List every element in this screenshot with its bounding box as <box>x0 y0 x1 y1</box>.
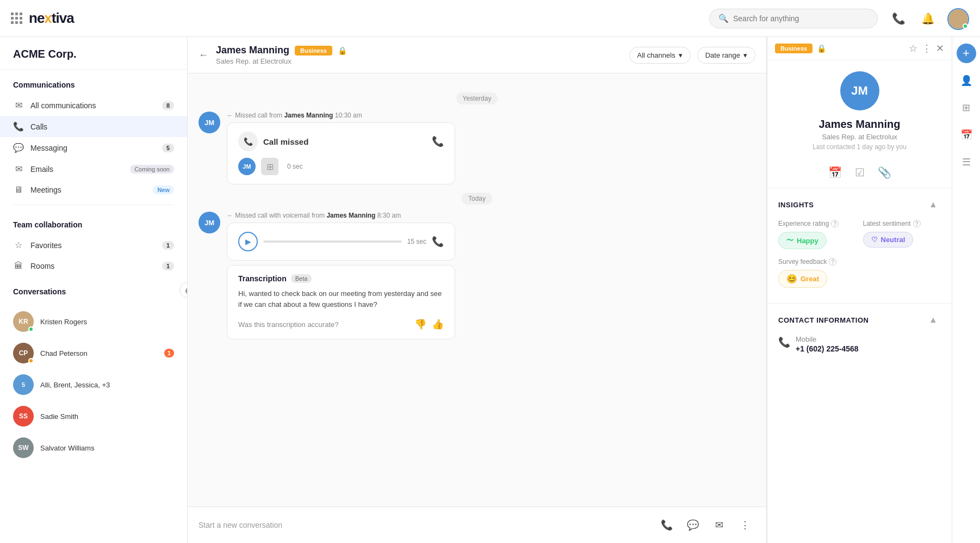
insights-section: INSIGHTS ▲ Experience rating ? 〜 Happy <box>767 188 952 304</box>
call-phone-action[interactable]: 📞 <box>432 135 444 147</box>
nav-icons: 📞 🔔 <box>889 8 969 29</box>
progress-bar[interactable] <box>263 240 402 243</box>
nav-grid-icon[interactable] <box>11 13 22 24</box>
thumbs-down-icon[interactable]: 👎 <box>414 318 426 330</box>
call-card-missed: 📞 Call missed 📞 JM ⊞ 0 sec <box>227 122 455 184</box>
happy-wave-icon: 〜 <box>786 236 793 245</box>
missed-prefix: Missed call from <box>235 112 282 119</box>
calendar-action-icon[interactable]: 📅 <box>828 166 842 179</box>
transcription-header: Transcription Beta <box>238 274 444 283</box>
close-panel-button[interactable]: ✕ <box>936 42 944 54</box>
team-title: Team collaboration <box>0 209 187 235</box>
vm-call-icon[interactable]: 📞 <box>432 236 444 248</box>
survey-chip: 😊 Great <box>778 270 827 288</box>
feedback-question: Was this transcription accurate? <box>238 320 338 329</box>
back-button[interactable]: ← <box>199 50 208 61</box>
conv-item-salvator[interactable]: SW Salvator Williams <box>0 432 187 464</box>
list-icon[interactable]: ☰ <box>957 152 976 172</box>
sidebar-item-favorites[interactable]: ☆ Favorites 1 <box>0 235 187 256</box>
beta-badge: Beta <box>291 274 312 283</box>
inline-avatar: JM <box>238 158 256 175</box>
date-divider-yesterday: Yesterday <box>199 93 755 103</box>
date-label-yesterday: Yesterday <box>456 92 498 104</box>
sidebar-item-rooms[interactable]: 🏛 Rooms 1 <box>0 256 187 276</box>
footer-phone-button[interactable]: 📞 <box>656 515 677 535</box>
sidebar-item-all-communications[interactable]: ✉ All communications 8 <box>0 95 187 116</box>
insights-grid: Experience rating ? 〜 Happy Latest senti… <box>778 220 941 249</box>
chat-messages: Yesterday JM ← Missed call from James Ma… <box>188 73 766 507</box>
contact-info-collapse[interactable]: ▲ <box>926 312 941 328</box>
search-bar[interactable]: 🔍 <box>709 9 878 28</box>
notification-button[interactable]: 🔔 <box>918 9 938 28</box>
sentiment-help-icon[interactable]: ? <box>913 220 921 227</box>
divider <box>13 205 174 205</box>
call-duration-row: JM ⊞ 0 sec <box>238 158 444 175</box>
missed-contact: James Manning <box>284 112 333 119</box>
messaging-icon: 💬 <box>13 143 24 153</box>
business-badge-panel: Business <box>775 44 812 53</box>
conv-name-kristen: Kristen Rogers <box>40 318 174 326</box>
msg-group-missed-call: JM ← Missed call from James Manning 10:3… <box>199 112 755 184</box>
conv-initials: KR <box>18 318 28 325</box>
avatar-container <box>947 8 969 29</box>
conv-item-chad[interactable]: CP Chad Peterson 1 <box>0 337 187 369</box>
insights-collapse-toggle[interactable]: ▲ <box>926 197 941 212</box>
play-button[interactable]: ▶ <box>238 232 258 251</box>
star-button[interactable]: ☆ <box>909 42 917 54</box>
experience-rating-label: Experience rating ? <box>778 220 857 227</box>
rooms-icon: 🏛 <box>13 261 24 271</box>
conv-avatar-kristen: KR <box>13 311 34 332</box>
all-channels-label: All channels <box>637 51 675 59</box>
chat-header-actions: All channels ▾ Date range ▾ <box>629 47 755 64</box>
dialpad-icon[interactable]: ⊞ <box>957 98 976 118</box>
emails-icon: ✉ <box>13 164 24 174</box>
sidebar-item-calls[interactable]: 📞 Calls <box>0 116 187 137</box>
search-input[interactable] <box>733 14 869 23</box>
sidebar-item-messaging[interactable]: 💬 Messaging 5 <box>0 137 187 158</box>
footer-actions: 📞 💬 ✉ ⋮ <box>656 515 755 535</box>
sidebar-item-meetings-label: Meetings <box>30 186 146 194</box>
conv-name-sadie: Sadie Smith <box>40 412 174 421</box>
footer-more-button[interactable]: ⋮ <box>735 515 755 535</box>
msg-header-voicemail: ← Missed call with voicemail from James … <box>227 212 755 219</box>
online-status-dot <box>963 23 968 29</box>
contact-title: Sales Rep. at Electrolux <box>778 133 941 141</box>
status-dot-online <box>28 326 34 332</box>
date-range-filter[interactable]: Date range ▾ <box>697 47 755 64</box>
experience-help-icon[interactable]: ? <box>831 220 839 227</box>
sidebar-item-meetings[interactable]: 🖥 Meetings New <box>0 180 187 200</box>
attachment-action-icon[interactable]: 📎 <box>878 166 891 179</box>
calendar-icon[interactable]: 📅 <box>957 125 976 145</box>
favorites-badge: 1 <box>162 241 174 250</box>
mobile-info: Mobile +1 (602) 225-4568 <box>796 335 859 353</box>
add-button[interactable]: + <box>957 44 976 63</box>
thumbs-up-icon[interactable]: 👍 <box>432 318 444 330</box>
footer-email-button[interactable]: ✉ <box>709 515 729 535</box>
more-options-button[interactable]: ⋮ <box>922 42 932 54</box>
vm-time: 8:30 am <box>377 212 401 219</box>
contact-name: James Manning <box>778 118 941 131</box>
conv-item-sadie[interactable]: SS Sadie Smith <box>0 400 187 432</box>
main-layout: ACME Corp. Communications ✉ All communic… <box>0 37 980 543</box>
conv-item-alli[interactable]: 5 Alli, Brent, Jessica, +3 <box>0 369 187 400</box>
footer-chat-button[interactable]: 💬 <box>683 515 703 535</box>
status-dot-away <box>28 358 34 363</box>
all-channels-filter[interactable]: All channels ▾ <box>629 47 691 64</box>
chat-footer: Start a new conversation 📞 💬 ✉ ⋮ <box>188 507 766 543</box>
company-name: ACME Corp. <box>0 37 187 70</box>
tasks-action-icon[interactable]: ☑ <box>855 166 865 179</box>
logo-text: nextiva <box>29 10 74 27</box>
conv-initials: CP <box>19 349 28 357</box>
mobile-row: 📞 Mobile +1 (602) 225-4568 <box>778 335 941 353</box>
missed-time: 10:30 am <box>335 112 362 119</box>
conv-avatar-alli: 5 <box>13 374 34 395</box>
voicemail-card: ▶ 15 sec 📞 <box>227 223 455 261</box>
survey-help-icon[interactable]: ? <box>829 258 836 266</box>
sidebar-item-emails[interactable]: ✉ Emails Coming soon <box>0 158 187 180</box>
smiley-icon: 😊 <box>786 274 797 284</box>
person-icon[interactable]: 👤 <box>957 71 976 90</box>
panel-top-actions: Business 🔒 ☆ ⋮ ✕ <box>767 37 952 60</box>
phone-nav-button[interactable]: 📞 <box>889 9 908 28</box>
conv-item-kristen[interactable]: KR Kristen Rogers <box>0 306 187 337</box>
chat-header: ← James Manning Business 🔒 Sales Rep. at… <box>188 37 766 73</box>
